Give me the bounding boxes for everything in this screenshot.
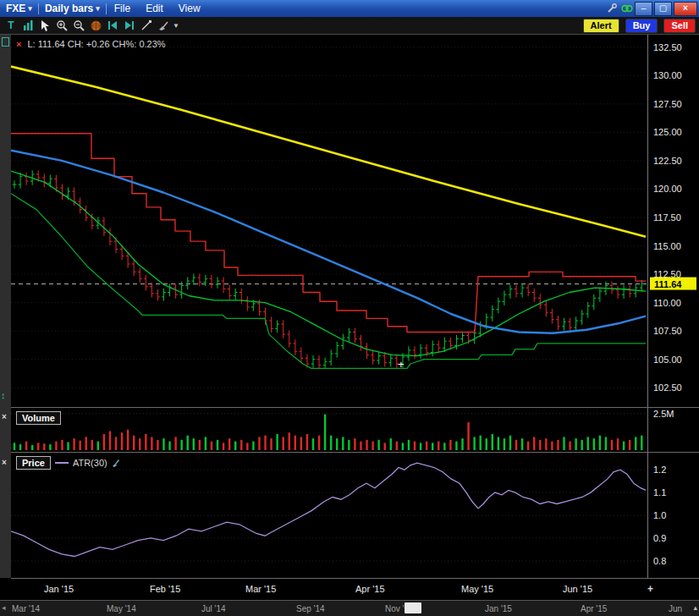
chart-region: ↕ × × 132.50130.00127.50125.00122.50120.… [0, 35, 699, 616]
scrollbar-date-label: Sep '14 [296, 604, 325, 613]
scrollbar-date-label: Mar '14 [12, 604, 40, 613]
resize-grip-icon[interactable]: ▴ [693, 603, 697, 612]
pane-tab-icon[interactable] [2, 37, 9, 47]
series-ma-fast-blue [11, 151, 646, 333]
x-axis-label: Feb '15 [150, 584, 180, 594]
step-back-icon[interactable] [105, 19, 120, 32]
link-charts-icon[interactable] [619, 2, 635, 15]
last-price-tag: 111.64 [650, 278, 696, 290]
indicator-panel-header: Price ATR(30) [16, 456, 120, 470]
maximize-button[interactable]: ▢ [654, 2, 672, 16]
volume-panel-header: Volume [16, 411, 61, 425]
zoom-in-icon[interactable] [54, 19, 69, 32]
y-axis-label: 105.00 [653, 355, 682, 365]
atr-indicator-label[interactable]: ATR(30) [73, 458, 107, 468]
axis-expand-icon[interactable]: + [647, 583, 653, 595]
tools-dropdown-icon[interactable]: ▼ [173, 22, 181, 30]
atr-canvas[interactable]: 1.21.11.00.90.8 [11, 453, 699, 578]
bar-chart-icon[interactable] [20, 19, 36, 32]
panel-gutter: ↕ × × [0, 35, 11, 578]
y-axis-label: 125.00 [653, 127, 682, 137]
series-ma-slow-yellow [11, 67, 646, 237]
x-axis-label: May '15 [461, 584, 493, 594]
zoom-out-icon[interactable] [71, 19, 86, 32]
scrollbar-date-label: Jan '15 [485, 604, 512, 613]
x-axis-label: Jun '15 [563, 584, 592, 594]
y-axis-label: 117.50 [653, 212, 681, 223]
chevron-down-icon: ▾ [96, 4, 100, 13]
volume-canvas[interactable]: 2.5M [11, 408, 699, 452]
price-study-label[interactable]: Price [16, 456, 51, 470]
atr-line-swatch [55, 462, 69, 464]
x-axis: + Jan '15Feb '15Mar '15Apr '15May '15Jun… [11, 578, 699, 600]
menu-view[interactable]: View [171, 3, 208, 14]
volume-axis-label: 2.5M [653, 409, 674, 419]
atr-axis-label: 0.8 [653, 556, 666, 566]
volume-panel-label[interactable]: Volume [16, 411, 61, 425]
y-axis-label: 127.50 [653, 99, 682, 109]
series-atr [11, 463, 646, 556]
atr-axis-label: 1.2 [653, 465, 666, 475]
y-axis-label: 110.00 [653, 298, 681, 308]
series-channel-green-upper [11, 171, 646, 356]
pane-resize-icon[interactable]: ↕ [1, 390, 6, 400]
price-bars [13, 170, 644, 369]
titlebar: FXE ▾ Daily bars ▾ File Edit View – ▢ × [0, 0, 699, 17]
svg-text:111.64: 111.64 [654, 279, 682, 289]
sell-button[interactable]: Sell [663, 19, 696, 33]
atr-axis-label: 1.0 [653, 510, 666, 520]
alert-button[interactable]: Alert [583, 19, 619, 33]
cursor-icon[interactable] [37, 19, 52, 32]
y-axis-label: 102.50 [653, 382, 682, 393]
scrollbar-date-label: Apr '15 [581, 604, 607, 613]
chart-toolbar: T ▼ Alert Buy Sell [0, 17, 699, 35]
atr-axis-label: 1.1 [653, 487, 666, 498]
legend-close-icon[interactable]: × [16, 39, 21, 49]
series-channel-green-lower [11, 194, 646, 369]
scrollbar-date-label: May '14 [107, 604, 136, 613]
quote-legend: × L: 111.64 CH: +0.26 CH%: 0.23% [16, 39, 166, 49]
menu-file[interactable]: File [107, 3, 138, 14]
quote-legend-text: L: 111.64 CH: +0.26 CH%: 0.23% [27, 39, 165, 49]
chart-type-icon[interactable]: T [3, 19, 19, 32]
atr-axis-label: 0.9 [653, 533, 666, 543]
minimize-button[interactable]: – [635, 2, 652, 16]
symbol-selector[interactable]: FXE ▾ [0, 3, 38, 14]
scroll-left-icon[interactable]: ◂ [2, 603, 6, 612]
scrollbar-date-label: Jul '14 [201, 604, 226, 613]
brush-icon[interactable] [156, 19, 171, 32]
x-axis-label: Mar '15 [245, 584, 276, 594]
y-axis-label: 107.50 [653, 326, 682, 336]
time-scrollbar[interactable]: ◂ ▴ Mar '14May '14Jul '14Sep '14Nov '14J… [0, 600, 699, 616]
step-forward-icon[interactable] [122, 19, 137, 32]
scrollbar-date-label: Jun [669, 604, 682, 613]
trading-app-window: FXE ▾ Daily bars ▾ File Edit View – ▢ × … [0, 0, 699, 616]
volume-panel[interactable]: 2.5M Volume [11, 407, 699, 452]
y-axis-label: 130.00 [653, 70, 682, 80]
indicator-panel[interactable]: 1.21.11.00.90.8 Price ATR(30) [11, 452, 699, 578]
x-axis-label: Apr '15 [355, 584, 385, 594]
draw-line-icon[interactable] [139, 19, 154, 32]
globe-icon[interactable] [88, 19, 103, 32]
y-axis-label: 122.50 [653, 156, 682, 166]
menu-edit[interactable]: Edit [138, 3, 171, 14]
period-label: Daily bars [45, 3, 93, 14]
price-chart-canvas[interactable]: 132.50130.00127.50125.00122.50120.00117.… [11, 35, 699, 407]
close-button[interactable]: × [674, 2, 697, 16]
buy-button[interactable]: Buy [625, 19, 658, 33]
tools-icon[interactable] [604, 2, 619, 15]
y-axis-label: 115.00 [653, 241, 681, 251]
symbol-label: FXE [6, 3, 25, 14]
scrollbar-thumb[interactable] [405, 602, 421, 613]
x-axis-label: Jan '15 [44, 584, 74, 594]
crosshair-cursor: + [398, 358, 405, 371]
chevron-down-icon: ▾ [28, 4, 32, 13]
price-panel[interactable]: 132.50130.00127.50125.00122.50120.00117.… [11, 35, 699, 407]
indicator-panel-close-icon[interactable]: × [2, 458, 7, 467]
y-axis-label: 132.50 [653, 42, 682, 52]
indicator-settings-icon[interactable] [111, 459, 120, 468]
y-axis-label: 120.00 [653, 184, 682, 194]
volume-panel-close-icon[interactable]: × [2, 412, 7, 421]
period-selector[interactable]: Daily bars ▾ [39, 3, 106, 14]
